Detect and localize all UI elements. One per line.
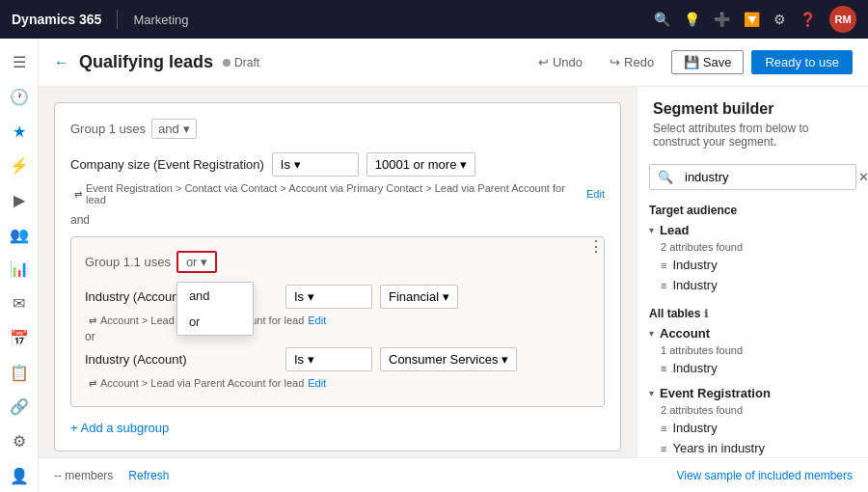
save-button[interactable]: 💾 Save: [671, 50, 744, 74]
nav-icons: 🔍 💡 ➕ 🔽 ⚙ ❓ RM: [654, 6, 856, 33]
chevron-down-icon: ▾: [649, 388, 654, 398]
account-count: 1 attributes found: [637, 344, 868, 358]
view-sample-link[interactable]: View sample of included members: [676, 469, 853, 482]
target-audience-label: Target audience: [637, 198, 868, 219]
lead-section-header[interactable]: ▾ Lead: [637, 219, 868, 241]
sidebar-star-icon[interactable]: ★: [2, 115, 37, 148]
help-nav-icon[interactable]: ❓: [800, 12, 816, 27]
attr-name: Industry: [672, 361, 717, 375]
search-input[interactable]: [681, 165, 851, 189]
sidebar-lightning-icon[interactable]: ⚡: [2, 150, 37, 182]
sidebar-user-icon[interactable]: 👤: [2, 459, 37, 492]
ready-button[interactable]: Ready to use: [751, 50, 853, 74]
sidebar-clipboard-icon[interactable]: 📋: [2, 356, 37, 389]
path1-edit-link[interactable]: Edit: [586, 188, 605, 200]
lead-section-title: Lead: [660, 223, 689, 237]
subgroup-operator-select[interactable]: or ▾: [176, 251, 218, 273]
add-nav-icon[interactable]: ➕: [714, 12, 730, 27]
sidebar-recent-icon[interactable]: 🕐: [2, 81, 37, 114]
attr-name: Industry: [672, 258, 717, 272]
operator-dropdown: and or: [176, 282, 254, 336]
dropdown-and[interactable]: and: [177, 283, 253, 309]
chevron-down-icon: ▾: [460, 157, 467, 172]
redo-button[interactable]: ↪ Redo: [600, 51, 664, 73]
lead-industry-item-2[interactable]: ≡ Industry: [661, 275, 856, 295]
sidebar-settings-icon[interactable]: ⚙: [2, 425, 37, 458]
filter-nav-icon[interactable]: 🔽: [744, 12, 760, 27]
or-divider: or: [85, 330, 590, 343]
subgroup-header: Group 1.1 uses or ▾ and or: [85, 251, 590, 273]
attribute-sections: ▾ Lead 2 attributes found ≡ Industry ≡ I…: [637, 219, 868, 457]
sidebar-calendar-icon[interactable]: 📅: [2, 322, 37, 355]
info-icon: ℹ: [704, 308, 708, 320]
attr-name: Years in industry: [672, 441, 765, 455]
or-select-wrapper: or ▾ and or: [176, 251, 218, 273]
sidebar-chart-icon[interactable]: 📊: [2, 253, 37, 286]
condition3-label: Industry (Account): [85, 352, 278, 367]
path3-row: ⇄ Account > Lead via Parent Account for …: [89, 377, 590, 389]
page-title: Qualifying leads: [79, 52, 213, 72]
back-button[interactable]: ←: [54, 54, 69, 71]
chevron-down-icon: ▾: [649, 328, 654, 339]
user-avatar[interactable]: RM: [829, 6, 856, 33]
chevron-down-icon: ▾: [308, 289, 314, 304]
content-split: Group 1 uses and ▾ Company size (Event R…: [39, 87, 868, 457]
condition3-row: Industry (Account) Is ▾ Consumer Service…: [85, 347, 590, 371]
path1-row: ⇄ Event Registration > Contact via Conta…: [74, 182, 605, 205]
draft-dot: [223, 59, 231, 67]
all-tables-label: All tables ℹ: [637, 299, 868, 322]
condition1-row: Company size (Event Registration) Is ▾ 1…: [70, 152, 605, 177]
account-section-title: Account: [660, 326, 710, 341]
condition3-value[interactable]: Consumer Services ▾: [380, 347, 517, 371]
condition2-value[interactable]: Financial ▾: [380, 285, 458, 309]
path2-row: ⇄ Account > Lead via Parent Account for …: [89, 314, 590, 326]
event-reg-years-item[interactable]: ≡ Years in industry: [661, 438, 856, 457]
and-divider: and: [70, 213, 605, 227]
account-section-header[interactable]: ▾ Account: [637, 322, 868, 344]
refresh-link[interactable]: Refresh: [128, 469, 169, 482]
path3-edit-link[interactable]: Edit: [308, 377, 326, 389]
settings-nav-icon[interactable]: ⚙: [773, 12, 786, 27]
left-panel: Group 1 uses and ▾ Company size (Event R…: [39, 87, 637, 457]
path2-edit-link[interactable]: Edit: [308, 314, 326, 326]
draft-badge: Draft: [223, 56, 259, 69]
condition1-operator[interactable]: Is ▾: [272, 152, 359, 177]
top-nav: Dynamics 365 Marketing 🔍 💡 ➕ 🔽 ⚙ ❓ RM: [0, 0, 868, 39]
segment-builder-panel: Segment builder Select attributes from b…: [637, 87, 868, 457]
condition2-operator[interactable]: Is ▾: [285, 285, 372, 309]
chevron-down-icon: ▾: [201, 255, 207, 269]
condition3-operator[interactable]: Is ▾: [285, 347, 372, 371]
search-icon: 🔍: [650, 165, 681, 189]
sidebar-email-icon[interactable]: ✉: [2, 287, 37, 320]
dropdown-or[interactable]: or: [177, 309, 253, 335]
attribute-icon: ≡: [661, 443, 666, 454]
group1-header: Group 1 uses and ▾: [70, 119, 605, 139]
attribute-icon: ≡: [661, 363, 666, 374]
left-sidebar: ☰ 🕐 ★ ⚡ ▶ 👥 📊 ✉ 📅 📋 🔗 ⚙ 👤: [0, 39, 39, 492]
event-reg-section-header[interactable]: ▾ Event Registration: [637, 382, 868, 404]
event-reg-industry-item[interactable]: ≡ Industry: [661, 418, 856, 438]
event-reg-items: ≡ Industry ≡ Years in industry: [637, 418, 868, 457]
lead-count: 2 attributes found: [637, 241, 868, 255]
chevron-down-icon: ▾: [183, 122, 190, 136]
subgroup-menu-icon[interactable]: ⋮: [588, 237, 604, 256]
add-subgroup-button[interactable]: + Add a subgroup: [70, 421, 605, 435]
account-industry-item[interactable]: ≡ Industry: [661, 358, 856, 378]
lead-industry-item-1[interactable]: ≡ Industry: [661, 255, 856, 275]
search-nav-icon[interactable]: 🔍: [654, 12, 670, 27]
sidebar-menu-icon[interactable]: ☰: [2, 46, 37, 79]
clear-search-icon[interactable]: ✕: [851, 165, 868, 189]
group1-operator-select[interactable]: and ▾: [151, 119, 197, 139]
condition1-value[interactable]: 10001 or more ▾: [366, 152, 476, 177]
undo-button[interactable]: ↩ Undo: [529, 51, 592, 73]
sidebar-link-icon[interactable]: 🔗: [2, 391, 37, 424]
attribute-icon: ≡: [661, 280, 666, 291]
lightbulb-icon[interactable]: 💡: [684, 12, 700, 27]
sidebar-play-icon[interactable]: ▶: [2, 184, 37, 217]
chevron-down-icon: ▾: [649, 225, 654, 235]
account-items: ≡ Industry: [637, 358, 868, 382]
draft-label: Draft: [234, 56, 259, 69]
attr-name: Industry: [672, 278, 717, 292]
sidebar-people-icon[interactable]: 👥: [2, 218, 37, 251]
attribute-icon: ≡: [661, 260, 666, 271]
